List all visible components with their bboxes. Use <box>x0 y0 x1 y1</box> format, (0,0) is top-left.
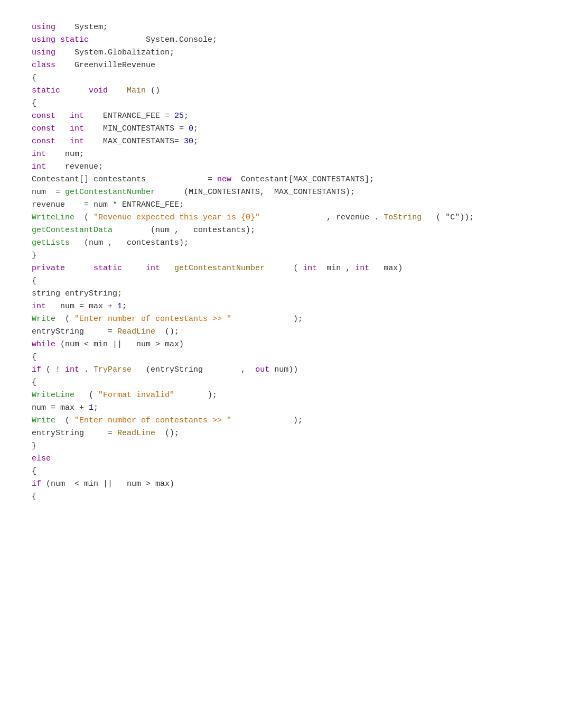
code-token: ReadLine <box>117 327 155 336</box>
code-line: Write ( "Enter number of contestants >> … <box>32 313 529 326</box>
code-token: const <box>32 112 55 121</box>
code-token: int <box>65 365 79 374</box>
code-line: string entryString; <box>32 288 529 300</box>
code-line: Contestant[] contestants = new Contestan… <box>32 173 529 186</box>
code-token: 0 <box>189 124 193 133</box>
code-line: entryString = ReadLine (); <box>32 427 529 440</box>
code-token: 1 <box>117 302 122 311</box>
code-token: using <box>32 23 55 32</box>
code-token: Write <box>32 416 55 425</box>
code-token: num = <box>32 188 65 197</box>
code-token: ); <box>231 315 303 324</box>
code-token: 1 <box>89 403 94 412</box>
code-token: max) <box>369 264 403 273</box>
code-token: 25 <box>174 112 184 121</box>
code-token: { <box>32 277 36 285</box>
code-token: int <box>146 264 160 273</box>
code-token: (MIN_CONTESTANTS, MAX_CONTESTANTS); <box>155 188 355 197</box>
code-token: static <box>32 86 60 95</box>
code-token: Contestant[MAX_CONTESTANTS]; <box>231 175 374 184</box>
code-line: int num = max + 1; <box>32 300 529 313</box>
code-token: (); <box>155 429 179 438</box>
code-line: revenue = num * ENTRANCE_FEE; <box>32 199 529 211</box>
code-token: { <box>32 99 36 108</box>
code-token: System.Console; <box>89 35 217 44</box>
code-token: ReadLine <box>117 429 155 438</box>
code-line: using System; <box>32 21 529 34</box>
code-token: int <box>355 264 369 273</box>
code-line: num = getContestantNumber (MIN_CONTESTAN… <box>32 186 529 199</box>
code-token <box>65 264 94 273</box>
code-line: } <box>32 250 529 262</box>
code-line: using System.Globalization; <box>32 47 529 59</box>
code-token <box>160 264 174 273</box>
code-editor: using System;using static System.Console… <box>32 21 529 503</box>
code-token <box>122 264 146 273</box>
code-line: { <box>32 351 529 364</box>
code-token: "Revenue expected this year is {0}" <box>94 213 260 222</box>
code-token: System; <box>55 23 108 32</box>
code-token: int <box>32 302 46 311</box>
code-token: . <box>79 365 94 374</box>
code-token: private <box>32 264 65 273</box>
code-token: else <box>32 454 51 463</box>
code-token: Write <box>32 315 55 324</box>
code-token: class <box>32 61 55 70</box>
code-line: const int MAX_CONTESTANTS= 30; <box>32 135 529 148</box>
code-token: "Format invalid" <box>98 391 174 400</box>
code-line: if ( ! int . TryParse (entryString , out… <box>32 364 529 376</box>
code-token: entryString = <box>32 327 117 336</box>
code-token: 30 <box>184 137 193 146</box>
code-token <box>60 86 89 95</box>
code-line: int revenue; <box>32 161 529 173</box>
code-line: entryString = ReadLine (); <box>32 326 529 338</box>
code-line: static void Main () <box>32 85 529 97</box>
code-token: (num < min || num > max) <box>41 480 174 489</box>
code-token: "Enter number of contestants >> " <box>74 416 231 425</box>
code-line: } <box>32 440 529 453</box>
code-token: ( <box>265 264 303 273</box>
code-token: out <box>255 365 269 374</box>
code-token: int <box>32 162 46 171</box>
code-token: { <box>32 492 36 501</box>
code-token: using <box>32 48 55 57</box>
code-line: int num; <box>32 148 529 161</box>
code-token: int <box>70 112 84 121</box>
code-token: ; <box>122 302 127 311</box>
code-line: { <box>32 491 529 503</box>
code-token: static <box>60 35 89 44</box>
code-token: ); <box>174 391 217 400</box>
code-token: , revenue . <box>260 213 384 222</box>
code-token: ( <box>74 213 94 222</box>
code-token: ToString <box>384 213 422 222</box>
code-token: WriteLine <box>32 391 74 400</box>
code-line: getLists (num , contestants); <box>32 237 529 250</box>
code-token: } <box>32 251 36 260</box>
code-line: { <box>32 72 529 85</box>
code-token: GreenvilleRevenue <box>55 61 155 70</box>
code-token: using <box>32 35 55 44</box>
code-line: { <box>32 376 529 389</box>
code-line: class GreenvilleRevenue <box>32 59 529 72</box>
code-token: ( ! <box>41 365 65 374</box>
code-line: WriteLine ( "Revenue expected this year … <box>32 211 529 224</box>
code-token: (num < min || num > max) <box>55 340 184 349</box>
code-token: ; <box>193 124 198 133</box>
code-token: while <box>32 340 55 349</box>
code-token: ( <box>74 391 98 400</box>
code-line: using static System.Console; <box>32 34 529 47</box>
code-token: "Enter number of contestants >> " <box>74 315 231 324</box>
code-token <box>55 112 70 121</box>
code-token: { <box>32 378 36 387</box>
code-line: const int MIN_CONTESTANTS = 0; <box>32 123 529 135</box>
code-token: getContestantData <box>32 226 113 235</box>
code-token: ; <box>184 112 189 121</box>
code-token <box>55 124 70 133</box>
code-token: WriteLine <box>32 213 74 222</box>
code-token: () <box>146 86 160 95</box>
code-token: revenue = num * ENTRANCE_FEE; <box>32 200 184 209</box>
code-line: { <box>32 275 529 288</box>
code-token: int <box>303 264 317 273</box>
code-token: (num , contestants); <box>113 226 255 235</box>
code-line: Write ( "Enter number of contestants >> … <box>32 414 529 427</box>
